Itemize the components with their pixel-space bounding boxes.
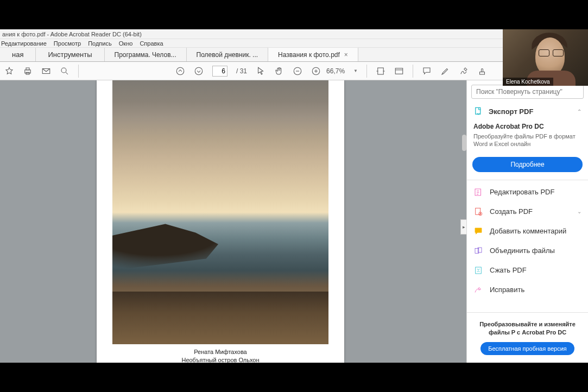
zoom-value[interactable]: 66,7% bbox=[326, 67, 345, 75]
sidebar-item-compress[interactable]: Сжать PDF bbox=[467, 261, 588, 280]
menu-view[interactable]: Просмотр bbox=[54, 40, 81, 47]
sidebar-item-edit[interactable]: Редактировать PDF bbox=[467, 182, 588, 202]
promo-title: Adobe Acrobat Pro DC bbox=[473, 123, 581, 130]
page-number-input[interactable] bbox=[212, 66, 227, 77]
sidebar-item-label: Добавить комментарий bbox=[490, 227, 566, 235]
sidebar-collapse-handle[interactable]: ▸ bbox=[460, 219, 466, 235]
zoom-dropdown-icon[interactable]: ▼ bbox=[353, 68, 358, 73]
export-pdf-section[interactable]: Экспорт PDF ⌃ bbox=[467, 102, 588, 121]
menu-bar: Редактирование Просмотр Подпись Окно Спр… bbox=[0, 39, 588, 48]
tab-home[interactable]: ная bbox=[0, 48, 36, 61]
acrobat-window: ания к фото.pdf - Adobe Acrobat Reader D… bbox=[0, 29, 588, 363]
menu-sign[interactable]: Подпись bbox=[88, 40, 112, 47]
webcam-glasses bbox=[539, 49, 564, 56]
sidebar-item-label: Исправить bbox=[490, 286, 524, 294]
zoom-in-icon[interactable] bbox=[311, 66, 321, 76]
toolbar: / 31 66,7% ▼ bbox=[0, 62, 588, 80]
fit-width-icon[interactable] bbox=[376, 66, 385, 76]
photo-caption: Рената Мифтахова Необъятный остров Ольхо… bbox=[97, 348, 344, 363]
svg-rect-18 bbox=[476, 267, 482, 274]
tab-doc-1[interactable]: Программа. Челов... bbox=[105, 48, 187, 61]
hand-icon[interactable] bbox=[274, 66, 284, 76]
export-pdf-label: Экспорт PDF bbox=[489, 108, 572, 116]
content-area: Рената Мифтахова Необъятный остров Ольхо… bbox=[0, 80, 588, 363]
svg-point-4 bbox=[61, 68, 66, 73]
menu-edit[interactable]: Редактирование bbox=[1, 40, 47, 47]
sidebar-item-label: Редактировать PDF bbox=[490, 188, 554, 196]
pdf-page: Рената Мифтахова Необъятный остров Ольхо… bbox=[97, 80, 344, 363]
search-icon[interactable] bbox=[60, 66, 69, 76]
pointer-icon[interactable] bbox=[256, 66, 265, 76]
sidebar-item-redact[interactable]: Исправить bbox=[467, 280, 588, 300]
svg-rect-13 bbox=[475, 189, 481, 195]
edit-pdf-icon bbox=[473, 187, 483, 197]
toolbar-divider bbox=[78, 65, 79, 78]
sidebar-item-label: Создать PDF bbox=[490, 207, 533, 216]
comment-icon[interactable] bbox=[422, 66, 432, 76]
zoom-out-icon[interactable] bbox=[293, 66, 302, 76]
promo-text: Преобразуйте файлы PDF в формат Word и E… bbox=[473, 132, 581, 148]
read-mode-icon[interactable] bbox=[394, 66, 404, 76]
svg-point-6 bbox=[195, 67, 203, 75]
menu-window[interactable]: Окно bbox=[119, 40, 133, 47]
sidebar-item-comment[interactable]: Добавить комментарий bbox=[467, 222, 588, 241]
scrollbar-thumb[interactable] bbox=[462, 135, 466, 151]
menu-help[interactable]: Справка bbox=[140, 40, 163, 47]
create-pdf-icon bbox=[473, 207, 483, 217]
webcam-name-tag: Elena Kochetkova bbox=[503, 78, 553, 86]
svg-rect-12 bbox=[476, 108, 480, 114]
sidebar-search bbox=[471, 85, 584, 99]
tab-doc-3-label: Названия к фото.pdf bbox=[278, 51, 340, 59]
free-trial-button[interactable]: Бесплатная пробная версия bbox=[480, 342, 574, 355]
footer-promo-text: Преобразовывайте и изменяйте файлы P с A… bbox=[472, 320, 583, 337]
print-icon[interactable] bbox=[23, 66, 33, 76]
document-viewport[interactable]: Рената Мифтахова Необъятный остров Ольхо… bbox=[0, 80, 466, 363]
svg-rect-11 bbox=[479, 72, 484, 74]
page-down-icon[interactable] bbox=[194, 66, 204, 76]
toolbar-divider bbox=[366, 65, 367, 78]
svg-rect-9 bbox=[378, 68, 384, 74]
sign-icon[interactable] bbox=[459, 66, 469, 76]
svg-rect-1 bbox=[26, 68, 29, 70]
combine-icon bbox=[473, 246, 483, 256]
sidebar-item-combine[interactable]: Объединить файлы bbox=[467, 241, 588, 261]
svg-rect-0 bbox=[25, 69, 31, 73]
chevron-down-icon: ⌄ bbox=[577, 208, 581, 214]
close-icon[interactable]: × bbox=[344, 51, 348, 59]
tab-doc-2-label: Полевой дневник. ... bbox=[197, 51, 258, 59]
tab-doc-3[interactable]: Названия к фото.pdf × bbox=[268, 48, 358, 61]
highlight-icon[interactable] bbox=[440, 66, 450, 76]
webcam-overlay: Elena Kochetkova bbox=[503, 29, 588, 86]
chevron-up-icon: ⌃ bbox=[577, 109, 581, 115]
sidebar-item-create[interactable]: Создать PDF ⌄ bbox=[467, 202, 588, 222]
separator bbox=[467, 180, 588, 180]
window-title: ания к фото.pdf - Adobe Acrobat Reader D… bbox=[0, 29, 588, 39]
sidebar-item-label: Сжать PDF bbox=[490, 266, 527, 274]
page-total: / 31 bbox=[236, 67, 247, 75]
svg-point-5 bbox=[176, 67, 184, 75]
tab-doc-1-label: Программа. Челов... bbox=[115, 51, 176, 59]
tab-tools[interactable]: Инструменты bbox=[36, 48, 104, 61]
photo-landscape bbox=[112, 80, 328, 344]
caption-author: Рената Мифтахова bbox=[97, 348, 344, 356]
learn-more-button[interactable]: Подробнее bbox=[472, 157, 583, 172]
svg-rect-10 bbox=[395, 68, 403, 74]
tab-doc-2[interactable]: Полевой дневник. ... bbox=[187, 48, 269, 61]
compress-icon bbox=[473, 265, 483, 275]
search-input[interactable] bbox=[471, 85, 584, 99]
stamp-icon[interactable] bbox=[477, 66, 487, 76]
export-pdf-icon bbox=[473, 106, 483, 116]
star-icon[interactable] bbox=[4, 66, 14, 76]
caption-title: Необъятный остров Ольхон bbox=[97, 356, 344, 363]
tab-bar: ная Инструменты Программа. Челов... Поле… bbox=[0, 48, 588, 62]
right-sidebar: Экспорт PDF ⌃ Adobe Acrobat Pro DC Преоб… bbox=[466, 80, 588, 363]
comment-tool-icon bbox=[473, 226, 483, 236]
sidebar-footer-promo: Преобразовывайте и изменяйте файлы P с A… bbox=[467, 312, 588, 363]
toolbar-divider bbox=[413, 65, 413, 78]
page-up-icon[interactable] bbox=[175, 66, 185, 76]
sidebar-item-label: Объединить файлы bbox=[490, 246, 555, 255]
mail-icon[interactable] bbox=[41, 66, 51, 76]
promo-block: Adobe Acrobat Pro DC Преобразуйте файлы … bbox=[467, 121, 588, 154]
redact-icon bbox=[473, 285, 483, 295]
